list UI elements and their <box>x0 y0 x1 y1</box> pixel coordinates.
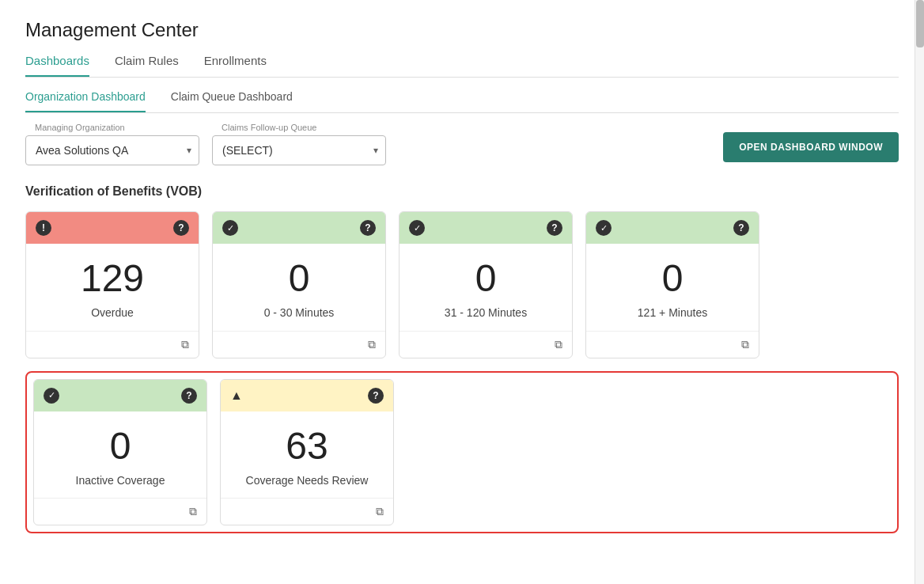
claims-queue-select[interactable]: (SELECT) <box>212 135 386 165</box>
card-121-plus-header: ✓ ? <box>586 212 759 244</box>
121-plus-label: 121 + Minutes <box>599 305 746 321</box>
help-icon-overdue[interactable]: ? <box>173 220 189 236</box>
card-coverage-review-footer: ⧉ <box>221 498 393 525</box>
overdue-number: 129 <box>39 260 186 298</box>
overdue-label: Overdue <box>39 305 186 321</box>
check-icon-31-120: ✓ <box>409 220 425 236</box>
card-0-30: ✓ ? 0 0 - 30 Minutes ⧉ <box>212 211 386 358</box>
121-plus-number: 0 <box>599 260 746 298</box>
scrollbar-thumb[interactable] <box>916 0 924 47</box>
tab-claim-rules[interactable]: Claim Rules <box>115 54 179 77</box>
card-31-120-header: ✓ ? <box>400 212 572 244</box>
card-0-30-footer: ⧉ <box>213 331 385 358</box>
tab-dashboards[interactable]: Dashboards <box>25 54 89 77</box>
external-link-icon-coverage-review[interactable]: ⧉ <box>376 505 384 518</box>
sub-tabs: Organization Dashboard Claim Queue Dashb… <box>25 90 899 113</box>
card-inactive-footer: ⧉ <box>34 498 206 525</box>
warn-icon-coverage-review: ▲ <box>230 389 243 403</box>
help-icon-0-30[interactable]: ? <box>360 220 376 236</box>
managing-org-label: Managing Organization <box>32 123 128 132</box>
inactive-label: Inactive Coverage <box>47 473 194 489</box>
0-30-number: 0 <box>225 260 373 298</box>
check-icon-0-30: ✓ <box>222 220 238 236</box>
card-overdue-body: 129 Overdue <box>26 244 199 331</box>
tab-org-dashboard[interactable]: Organization Dashboard <box>25 90 146 112</box>
card-inactive-coverage: ✓ ? 0 Inactive Coverage ⧉ <box>33 379 207 526</box>
card-0-30-body: 0 0 - 30 Minutes <box>213 244 385 331</box>
31-120-label: 31 - 120 Minutes <box>412 305 559 321</box>
claims-queue-label: Claims Follow-up Queue <box>218 123 320 132</box>
help-icon-inactive[interactable]: ? <box>181 388 197 404</box>
card-inactive-header: ✓ ? <box>34 380 206 411</box>
card-overdue: ! ? 129 Overdue ⧉ <box>25 211 199 358</box>
check-icon-inactive: ✓ <box>44 388 59 404</box>
tab-enrollments[interactable]: Enrollments <box>204 54 267 77</box>
external-link-icon-121-plus[interactable]: ⧉ <box>741 338 749 351</box>
open-dashboard-button[interactable]: OPEN DASHBOARD WINDOW <box>723 132 899 162</box>
card-121-plus-footer: ⧉ <box>586 331 759 358</box>
0-30-label: 0 - 30 Minutes <box>225 305 373 321</box>
card-121-plus: ✓ ? 0 121 + Minutes ⧉ <box>585 211 759 358</box>
card-inactive-body: 0 Inactive Coverage <box>34 411 206 499</box>
card-coverage-review-body: 63 Coverage Needs Review <box>221 411 393 499</box>
cards-row-1: ! ? 129 Overdue ⧉ ✓ ? 0 0 - 30 Minutes ⧉ <box>25 211 899 358</box>
card-31-120-footer: ⧉ <box>400 331 572 358</box>
card-31-120-body: 0 31 - 120 Minutes <box>400 244 572 331</box>
external-link-icon-0-30[interactable]: ⧉ <box>368 338 376 351</box>
card-0-30-header: ✓ ? <box>213 212 385 244</box>
app-title: Management Center <box>25 19 899 41</box>
vob-section-title: Verification of Benefits (VOB) <box>25 184 899 199</box>
card-coverage-review: ▲ ? 63 Coverage Needs Review ⧉ <box>220 379 394 526</box>
claims-queue-group: Claims Follow-up Queue (SELECT) <box>212 129 386 165</box>
managing-org-group: Managing Organization Avea Solutions QA <box>25 129 199 165</box>
31-120-number: 0 <box>412 260 559 298</box>
error-icon: ! <box>36 220 51 236</box>
check-icon-121-plus: ✓ <box>596 220 612 236</box>
help-icon-121-plus[interactable]: ? <box>733 220 749 236</box>
filters-row: Managing Organization Avea Solutions QA … <box>25 129 899 165</box>
managing-org-select[interactable]: Avea Solutions QA <box>25 135 199 165</box>
card-overdue-footer: ⧉ <box>26 331 199 358</box>
scrollbar[interactable] <box>915 0 924 584</box>
help-icon-coverage-review[interactable]: ? <box>368 388 384 404</box>
grouped-cards-border: ✓ ? 0 Inactive Coverage ⧉ ▲ ? 63 Coverag… <box>25 371 899 534</box>
tab-claim-queue-dashboard[interactable]: Claim Queue Dashboard <box>171 90 293 112</box>
card-coverage-review-header: ▲ ? <box>221 380 393 411</box>
card-31-120: ✓ ? 0 31 - 120 Minutes ⧉ <box>399 211 573 358</box>
external-link-icon-inactive[interactable]: ⧉ <box>189 505 197 518</box>
coverage-review-label: Coverage Needs Review <box>233 473 381 489</box>
card-overdue-header: ! ? <box>26 212 199 244</box>
external-link-icon-overdue[interactable]: ⧉ <box>181 338 189 351</box>
external-link-icon-31-120[interactable]: ⧉ <box>555 338 562 351</box>
coverage-review-number: 63 <box>233 427 381 465</box>
help-icon-31-120[interactable]: ? <box>547 220 562 236</box>
top-tabs: Dashboards Claim Rules Enrollments <box>25 54 899 78</box>
inactive-number: 0 <box>47 427 194 465</box>
card-121-plus-body: 0 121 + Minutes <box>586 244 759 331</box>
